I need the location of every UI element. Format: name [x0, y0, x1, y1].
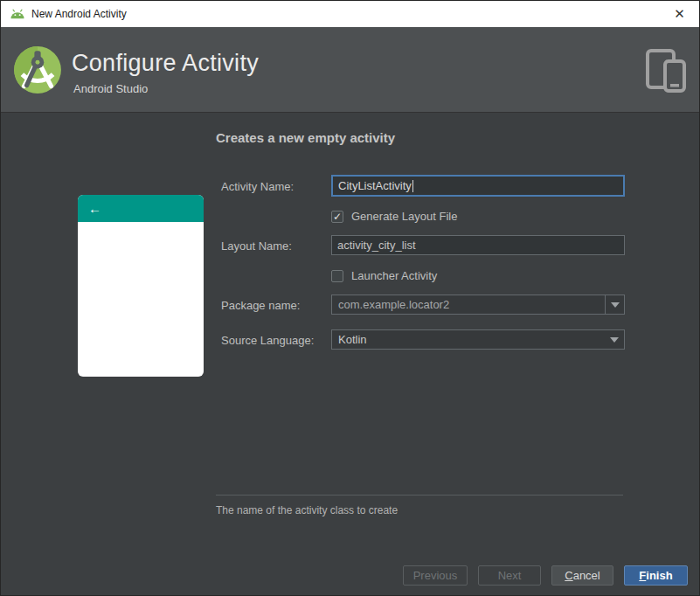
preview-appbar: ←	[78, 195, 204, 222]
activity-name-value: CityListActivity	[338, 179, 412, 192]
chevron-down-icon	[611, 302, 620, 308]
previous-button-label: Previous	[413, 569, 458, 582]
layout-name-input[interactable]: activity_city_list	[331, 235, 625, 255]
package-name-value: com.example.locator2	[332, 298, 605, 311]
cancel-button-label: ancel	[573, 569, 600, 582]
android-studio-logo-icon	[12, 45, 63, 95]
new-android-activity-dialog: New Android Activity ✕ Configure Activit…	[0, 0, 700, 596]
window-title: New Android Activity	[31, 8, 127, 20]
step-heading: Creates a new empty activity	[216, 130, 395, 145]
wizard-content: Creates a new empty activity ← Activity …	[1, 114, 699, 595]
titlebar: New Android Activity ✕	[1, 1, 699, 27]
finish-button-label: inish	[646, 569, 672, 582]
previous-button[interactable]: Previous	[403, 565, 468, 586]
launcher-activity-checkbox-row[interactable]: Launcher Activity	[331, 269, 437, 282]
activity-name-label: Activity Name:	[221, 180, 294, 193]
phone-tablet-icon	[641, 46, 690, 95]
checkbox-checked-icon[interactable]: ✓	[331, 211, 343, 223]
source-language-dropdown[interactable]: Kotlin	[331, 329, 625, 350]
wizard-subtitle: Android Studio	[73, 82, 148, 95]
finish-button[interactable]: Finish	[624, 565, 688, 586]
layout-name-value: activity_city_list	[337, 239, 416, 252]
back-arrow-icon: ←	[88, 202, 101, 215]
package-name-combobox[interactable]: com.example.locator2	[331, 295, 625, 315]
package-name-label: Package name:	[221, 299, 300, 312]
activity-name-input[interactable]: CityListActivity	[331, 175, 625, 197]
generate-layout-label: Generate Layout File	[351, 210, 457, 223]
hint-separator	[216, 495, 623, 496]
chevron-down-icon	[605, 330, 624, 349]
source-language-value: Kotlin	[332, 333, 605, 346]
cancel-button[interactable]: Cancel	[551, 565, 613, 586]
next-button-label: Next	[498, 569, 522, 582]
next-button[interactable]: Next	[478, 565, 541, 586]
android-head-icon	[10, 8, 25, 20]
wizard-header: Configure Activity Android Studio	[1, 27, 699, 113]
checkbox-unchecked-icon[interactable]	[331, 270, 343, 282]
layout-name-label: Layout Name:	[221, 239, 292, 253]
source-language-label: Source Language:	[221, 334, 314, 347]
hint-text: The name of the activity class to create	[216, 504, 398, 516]
text-caret	[412, 180, 413, 192]
wizard-title: Configure Activity	[72, 50, 259, 77]
launcher-activity-label: Launcher Activity	[351, 269, 437, 282]
package-name-dropdown-button[interactable]	[605, 295, 624, 314]
activity-preview-thumbnail: ←	[78, 195, 204, 377]
generate-layout-checkbox-row[interactable]: ✓ Generate Layout File	[331, 210, 457, 223]
close-icon[interactable]: ✕	[660, 1, 699, 27]
cancel-mnemonic: C	[565, 569, 572, 582]
